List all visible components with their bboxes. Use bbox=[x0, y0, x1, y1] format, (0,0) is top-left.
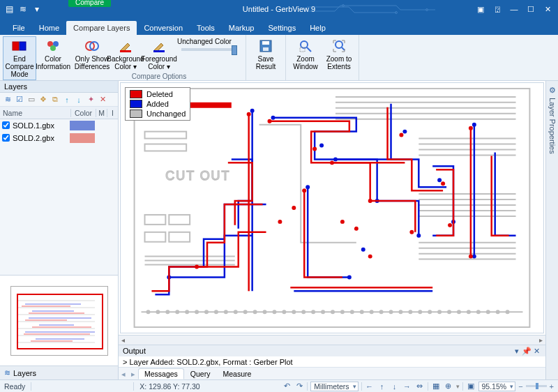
output-tab-measure[interactable]: Measure bbox=[216, 368, 257, 379]
zoom-window-button[interactable]: Zoom Window bbox=[289, 36, 322, 73]
svg-rect-11 bbox=[153, 50, 165, 52]
layer-delete-icon[interactable]: ✕ bbox=[98, 95, 107, 105]
sb-doc-icon[interactable]: ▣ bbox=[466, 382, 476, 391]
layer-properties-panel[interactable]: ⚙ Layer Properties bbox=[545, 81, 558, 379]
layer-color-swatch[interactable] bbox=[70, 121, 95, 130]
sb-arrow-up-icon[interactable]: ↑ bbox=[377, 382, 387, 391]
svg-point-34 bbox=[214, 310, 218, 314]
ribbon-collapse-icon[interactable]: ▣ bbox=[473, 3, 488, 15]
svg-rect-10 bbox=[120, 50, 131, 52]
help-icon[interactable]: ⍰ bbox=[490, 3, 505, 15]
layer-row[interactable]: SOLD.1.gbx bbox=[0, 119, 118, 132]
minimize-button[interactable]: ― bbox=[506, 3, 522, 15]
sb-grid-icon[interactable]: ▦ bbox=[431, 382, 441, 391]
tab-compare-layers[interactable]: Compare Layers bbox=[66, 21, 137, 35]
tab-home[interactable]: Home bbox=[32, 21, 66, 35]
fg-color-label: Foreground Color ▾ bbox=[141, 55, 177, 70]
svg-point-87 bbox=[469, 126, 473, 130]
layer-checkbox[interactable] bbox=[2, 134, 10, 142]
app-open-icon[interactable]: ▤ bbox=[4, 4, 14, 14]
zoom-out-icon[interactable]: − bbox=[518, 382, 522, 391]
zoom-extents-icon bbox=[331, 38, 347, 54]
scroll-left-icon[interactable]: ◂ bbox=[121, 336, 125, 344]
output-pin-icon[interactable]: 📌 bbox=[522, 346, 531, 356]
zoom-extents-button[interactable]: Zoom to Extents bbox=[322, 36, 356, 73]
svg-point-53 bbox=[398, 310, 402, 314]
horizontal-scrollbar[interactable]: ◂ ▸ bbox=[119, 335, 545, 345]
zoom-slider[interactable] bbox=[526, 385, 547, 387]
bg-color-button[interactable]: Background Color ▾ bbox=[109, 36, 142, 73]
layer-up-icon[interactable]: ↑ bbox=[62, 95, 72, 105]
maximize-button[interactable]: ☐ bbox=[523, 3, 538, 15]
sb-undo-icon[interactable]: ↶ bbox=[282, 382, 292, 391]
layers-columns: Name Color M I bbox=[0, 107, 118, 119]
layers-panel-footer[interactable]: ≋ Layers bbox=[0, 365, 118, 379]
col-i[interactable]: I bbox=[107, 109, 118, 117]
save-result-button[interactable]: Save Result bbox=[249, 36, 282, 73]
color-info-button[interactable]: Color Information bbox=[36, 36, 70, 73]
layer-pal-icon[interactable]: ❖ bbox=[38, 95, 48, 105]
layer-hide-icon[interactable]: ▭ bbox=[27, 95, 36, 105]
layer-tool-wrench-icon[interactable]: ✦ bbox=[86, 95, 96, 105]
output-tab-left-icon[interactable]: ◂ bbox=[119, 370, 128, 378]
zoom-in-icon[interactable]: + bbox=[550, 382, 554, 391]
tab-help[interactable]: Help bbox=[303, 21, 333, 35]
sb-arrow-left-icon[interactable]: ← bbox=[365, 382, 375, 391]
app-layers-icon[interactable]: ≋ bbox=[18, 4, 28, 14]
only-show-diff-button[interactable]: Only Show Differences bbox=[75, 36, 109, 73]
zoom-extents-label: Zoom to Extents bbox=[324, 55, 354, 70]
drawing-canvas[interactable]: Deleted Added Unchanged bbox=[120, 82, 544, 333]
svg-point-18 bbox=[335, 41, 342, 48]
output-title: Output bbox=[123, 347, 146, 355]
zoom-combo[interactable]: 95.15% bbox=[478, 382, 516, 391]
layer-copy-icon[interactable]: ⧉ bbox=[50, 95, 60, 105]
tab-file[interactable]: File bbox=[6, 21, 32, 35]
svg-rect-14 bbox=[263, 47, 269, 51]
output-tab-messages[interactable]: Messages bbox=[138, 368, 184, 379]
fg-color-button[interactable]: Foreground Color ▾ bbox=[142, 36, 176, 73]
sb-arrows-icon[interactable]: ⇔ bbox=[415, 382, 425, 391]
overview-thumbnail[interactable] bbox=[0, 275, 118, 365]
output-close-icon[interactable]: ✕ bbox=[531, 346, 541, 356]
sb-arrow-down-icon[interactable]: ↓ bbox=[390, 382, 400, 391]
svg-point-46 bbox=[331, 310, 335, 314]
col-color[interactable]: Color bbox=[70, 109, 96, 117]
scroll-right-icon[interactable]: ▸ bbox=[539, 336, 543, 344]
units-combo[interactable]: Millimeters bbox=[310, 382, 358, 391]
tab-settings[interactable]: Settings bbox=[261, 21, 303, 35]
layer-checkbox[interactable] bbox=[2, 121, 10, 129]
layer-tool-icon[interactable]: ≋ bbox=[3, 95, 13, 105]
layer-check-icon[interactable]: ☑ bbox=[15, 95, 24, 105]
end-compare-button[interactable]: End Compare Mode bbox=[3, 36, 36, 80]
sb-arrow-right-icon[interactable]: → bbox=[402, 382, 412, 391]
output-tab-right-icon[interactable]: ▸ bbox=[128, 370, 138, 378]
tab-tools[interactable]: Tools bbox=[190, 21, 222, 35]
app-dropdown-icon[interactable]: ▾ bbox=[32, 4, 42, 14]
svg-point-69 bbox=[333, 157, 338, 161]
output-tab-query[interactable]: Query bbox=[184, 368, 217, 379]
svg-point-96 bbox=[278, 220, 282, 224]
output-menu-icon[interactable]: ▾ bbox=[512, 346, 522, 356]
unchanged-color-slider[interactable] bbox=[181, 48, 237, 51]
color-info-label: Color Information bbox=[36, 55, 70, 70]
layer-down-icon[interactable]: ↓ bbox=[74, 95, 84, 105]
sb-redo-icon[interactable]: ↷ bbox=[294, 382, 304, 391]
svg-point-79 bbox=[437, 178, 442, 182]
tab-conversion[interactable]: Conversion bbox=[137, 21, 190, 35]
close-button[interactable]: ✕ bbox=[540, 3, 555, 15]
sb-target-icon[interactable]: ⊕ bbox=[444, 382, 453, 391]
layer-color-swatch[interactable] bbox=[70, 133, 95, 143]
title-decor bbox=[307, 3, 467, 15]
svg-point-54 bbox=[408, 310, 412, 314]
col-m[interactable]: M bbox=[96, 109, 107, 117]
svg-rect-4 bbox=[20, 42, 26, 50]
svg-point-75 bbox=[347, 275, 352, 279]
layer-row[interactable]: SOLD.2.gbx bbox=[0, 132, 118, 144]
col-name[interactable]: Name bbox=[0, 109, 70, 117]
output-body[interactable]: > Layer Added: SOLD.2.gbx, Format : Gerb… bbox=[119, 356, 545, 367]
svg-line-19 bbox=[342, 47, 345, 50]
svg-point-55 bbox=[418, 310, 422, 314]
sb-dropdown-icon[interactable]: ▾ bbox=[456, 383, 460, 390]
svg-point-93 bbox=[399, 133, 403, 137]
tab-markup[interactable]: Markup bbox=[222, 21, 262, 35]
